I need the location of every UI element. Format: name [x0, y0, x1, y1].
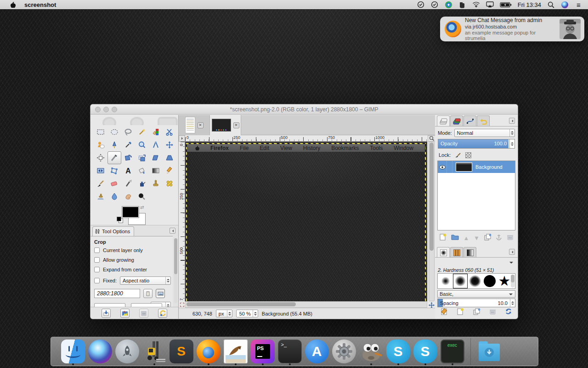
text-tool[interactable]: A — [121, 164, 135, 177]
lower-layer-button[interactable]: ▼ — [474, 235, 480, 241]
checkbox-expand-from-center[interactable]: Expand from center — [94, 267, 173, 272]
brushes-tab[interactable] — [437, 247, 450, 258]
dock-exec-terminal[interactable]: exec — [440, 338, 465, 365]
active-app-name[interactable]: screenshot — [24, 1, 56, 8]
lock-alpha-icon[interactable] — [465, 152, 471, 158]
quick-mask-toggle[interactable] — [179, 301, 185, 308]
position-x-spinbox[interactable] — [94, 303, 125, 307]
image-tab-screenshot[interactable]: ✕ — [210, 115, 241, 135]
vertical-scrollbar[interactable] — [429, 142, 435, 301]
dodge-burn-tool[interactable] — [135, 190, 149, 203]
paintbrush-tool[interactable] — [94, 177, 107, 190]
bucket-fill-tool[interactable] — [135, 164, 149, 177]
spinner[interactable] — [227, 310, 232, 317]
image-tab-document[interactable]: ✕ — [179, 115, 210, 135]
brush-hardness-025[interactable] — [438, 274, 453, 288]
new-brush-button[interactable] — [457, 308, 464, 317]
canvas-viewport[interactable]: Firefox File Edit View History Bookmarks… — [185, 142, 427, 301]
delete-brush-button[interactable] — [489, 308, 496, 317]
landscape-orientation-button[interactable] — [156, 289, 165, 298]
scissors-select-tool[interactable] — [163, 126, 176, 138]
close-tab-icon[interactable]: ✕ — [233, 122, 239, 128]
rotate-tool[interactable] — [121, 151, 135, 164]
edit-brush-button[interactable] — [441, 308, 448, 317]
airplay-display-icon[interactable] — [486, 1, 494, 8]
check-circle-icon[interactable] — [417, 1, 425, 8]
new-layer-group-button[interactable] — [451, 234, 459, 242]
fuzzy-select-tool[interactable] — [135, 126, 149, 138]
unit-select[interactable]: px — [216, 310, 232, 317]
brush-scrollbar[interactable] — [511, 275, 514, 288]
undo-history-tab[interactable] — [477, 115, 490, 126]
checkbox[interactable] — [94, 257, 100, 263]
close-tab-icon[interactable]: ✕ — [198, 122, 204, 128]
dock-trash[interactable] — [503, 338, 529, 365]
color-picker-tool[interactable] — [121, 138, 135, 151]
foreground-color-swatch[interactable] — [122, 206, 139, 218]
dock-terminal[interactable]: >_ — [277, 338, 302, 365]
brush-group-select[interactable]: Basic, — [437, 290, 515, 298]
aspect-ratio-input[interactable] — [94, 289, 140, 298]
measure-tool[interactable] — [149, 138, 163, 151]
chrome-icon[interactable] — [445, 1, 452, 8]
paste-aspect-button[interactable] — [143, 289, 153, 298]
collapse-tool-options-button[interactable] — [170, 228, 175, 234]
dropdown-arrow-icon[interactable] — [509, 262, 513, 265]
layer-mode-select[interactable]: Normal — [454, 129, 515, 137]
spotlight-search-icon[interactable] — [547, 1, 555, 8]
spinner[interactable] — [165, 302, 170, 307]
alignment-tool[interactable] — [94, 151, 107, 164]
layers-list[interactable]: Background — [437, 161, 515, 230]
tool-options-scrollbar[interactable] — [174, 238, 177, 303]
channels-tab[interactable] — [450, 115, 463, 126]
brush-hardness-100[interactable] — [482, 274, 497, 288]
restore-tool-preset-button[interactable] — [120, 309, 130, 318]
cage-transform-tool[interactable] — [107, 164, 121, 177]
dock-phpstorm[interactable]: PS — [250, 338, 275, 365]
swap-colors-icon[interactable]: ⇄ — [140, 205, 144, 210]
opacity-slider[interactable]: Opacity 100.0 — [438, 139, 515, 149]
dock-sublime-text[interactable]: S — [169, 338, 194, 365]
pencil-tool[interactable] — [163, 164, 176, 177]
save-tool-preset-button[interactable] — [102, 309, 111, 318]
menubar-clock[interactable]: Fri 13:34 — [518, 1, 541, 8]
notification-popup[interactable]: New Chat Message from admin via jr600.ho… — [440, 17, 584, 41]
dock-skype[interactable]: S — [385, 338, 411, 365]
checkbox[interactable] — [94, 267, 100, 272]
airbrush-tool[interactable] — [121, 177, 135, 190]
vertical-ruler[interactable]: 0 250 500 7 — [179, 142, 185, 301]
anchor-layer-button[interactable] — [496, 234, 502, 242]
delete-layer-button[interactable] — [507, 234, 514, 242]
eraser-tool[interactable] — [107, 177, 121, 190]
crop-tool[interactable] — [107, 151, 121, 164]
heal-tool[interactable] — [163, 177, 176, 190]
reset-tool-options-button[interactable] — [158, 309, 167, 318]
collapse-brushes-button[interactable] — [509, 249, 515, 255]
position-y-spinbox[interactable] — [131, 303, 162, 307]
dock-finder[interactable] — [60, 338, 85, 365]
horizontal-scrollbar[interactable] — [185, 301, 427, 308]
dock-gimp[interactable] — [358, 338, 384, 365]
spinner[interactable] — [509, 139, 514, 148]
new-layer-button[interactable] — [439, 233, 447, 242]
dock-app-store[interactable]: A — [304, 338, 329, 365]
checkbox-current-layer-only[interactable]: Current layer only — [94, 247, 173, 253]
layers-tab[interactable] — [437, 115, 450, 126]
zoom-follow-window-toggle[interactable] — [428, 135, 435, 142]
patterns-tab[interactable] — [450, 247, 463, 258]
perspective-tool[interactable] — [163, 151, 176, 164]
move-tool[interactable] — [163, 138, 176, 151]
image-layer[interactable]: Firefox File Edit View History Bookmarks… — [186, 143, 426, 301]
spinner[interactable] — [253, 310, 258, 317]
dock-siri[interactable] — [87, 338, 113, 365]
flip-tool[interactable] — [94, 164, 107, 177]
spinner[interactable] — [510, 299, 515, 307]
spacing-slider[interactable]: Spacing 10.0 — [437, 299, 515, 307]
dock-launchpad[interactable] — [114, 338, 140, 365]
raise-layer-button[interactable]: ▲ — [463, 235, 469, 241]
ellipse-select-tool[interactable] — [107, 126, 121, 138]
smudge-tool[interactable] — [121, 190, 135, 203]
brush-star[interactable]: ★ — [497, 274, 512, 288]
duplicate-brush-button[interactable] — [473, 308, 481, 317]
refresh-brushes-button[interactable] — [505, 308, 512, 317]
